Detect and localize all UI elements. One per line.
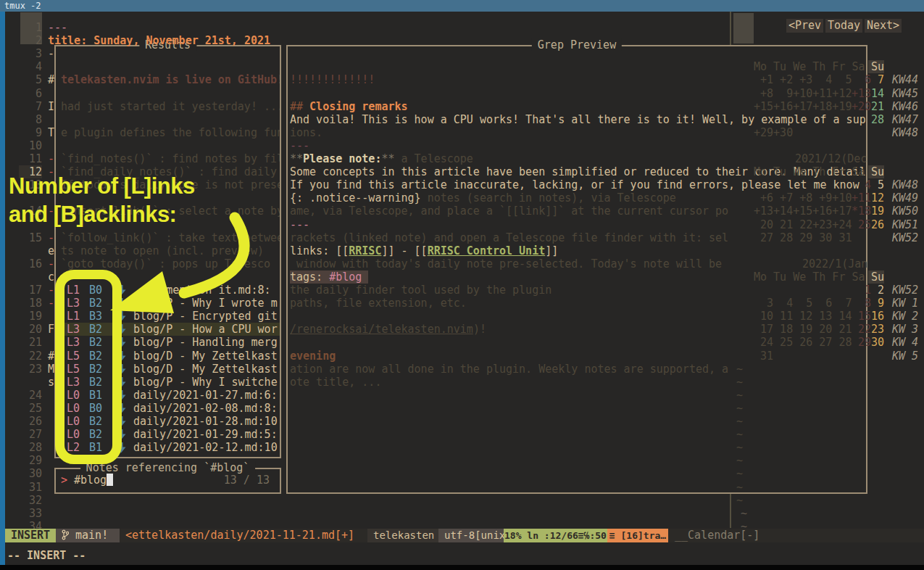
preview-segment: ation are now all done in the plugin. We… (290, 363, 728, 376)
calendar-today-button[interactable]: Today (825, 19, 862, 33)
calendar-date[interactable]: 30 (868, 336, 884, 349)
preview-segment: ]] (545, 244, 558, 257)
line-number: 31 (19, 481, 42, 494)
line-number: 9 (19, 126, 42, 139)
preview-line: --- (290, 139, 865, 152)
empty-line-tilde: ~ (736, 376, 743, 389)
line-number: 22 (19, 350, 42, 363)
empty-line-tilde: ~ (736, 441, 743, 454)
result-filename: blog/P - Encrypted git (133, 310, 278, 323)
line-number: 33 (19, 507, 42, 520)
calendar-weekdays: +8 9+10+11+12 (754, 87, 852, 100)
calendar-sunday-header: Su (868, 165, 884, 178)
empty-line-tilde: ~ (736, 428, 743, 441)
preview-line: **Please note:** a Telescope (290, 152, 865, 165)
result-filename: blog/P - Why I wrote m (133, 297, 278, 310)
calendar-date[interactable]: 19 (868, 205, 884, 218)
tmux-title: tmux -2 (4, 1, 41, 11)
line-number: 3 (19, 47, 42, 60)
calendar-week-number: KW 2 (892, 310, 918, 323)
preview-segment: --- (290, 139, 309, 152)
calendar-date[interactable]: 21 (868, 100, 884, 113)
preview-line: the daily finder tool used by the plugin (290, 284, 865, 297)
line-number: 2 (19, 34, 42, 47)
calendar-date[interactable]: 28 (868, 113, 884, 126)
preview-segment: ame, via Telescope, and place a `[[link]… (290, 205, 728, 218)
terminal-left-border (0, 12, 5, 565)
calendar-weekdays: 3 4 5 6 7 (754, 297, 852, 310)
calendar-date[interactable]: 9 (868, 297, 884, 310)
preview-segment: paths, file extension, etc. (290, 297, 467, 310)
calendar-day-header: Mo Tu We Th Fr Sa (754, 165, 865, 178)
preview-segment: ** (290, 152, 303, 165)
line-number: 16 (19, 257, 42, 270)
preview-segment: #blog (329, 270, 362, 284)
line-number: 19 (19, 310, 42, 323)
buffer-char: I (48, 100, 54, 113)
annotation-highlight-box (55, 270, 122, 464)
buffer-char: s (48, 376, 54, 389)
search-input[interactable]: #blog (74, 474, 107, 487)
calendar-next-button[interactable]: Next> (865, 19, 902, 33)
result-filename: blog/P - Handling merg (133, 336, 278, 349)
result-filename: blog/P - How a CPU wor (133, 323, 278, 336)
calendar-date[interactable]: 5 (868, 178, 884, 191)
empty-line-tilde: ~ (736, 389, 743, 402)
cursor-position-indicator: 18% ln :12/66≡℅:50 (504, 529, 607, 542)
annotation-line1: Number of [L]inks (9, 180, 195, 193)
file-path: <ettelkasten/daily/2021-11-21.md[+] (121, 529, 354, 542)
calendar-date[interactable]: 16 (868, 310, 884, 323)
calendar-date[interactable]: 2 (868, 284, 884, 297)
buffer-char: # (48, 73, 54, 86)
line-number: 11 (19, 152, 42, 165)
preview-segment: ## (290, 100, 309, 113)
buffer-char: - (48, 257, 54, 270)
line-number: 28 (19, 441, 42, 454)
calendar-date[interactable]: 23 (868, 323, 884, 336)
preview-segment: And voila! This is how a CPU works! That… (290, 113, 865, 126)
plugin-name: telekasten (367, 529, 440, 542)
calendar-date[interactable]: 26 (868, 218, 884, 231)
calendar-week-number: KW50 (892, 205, 918, 218)
preview-segment: ]] - [[ (381, 244, 427, 257)
preview-segment: rackets (linked note) and open a Telesco… (290, 231, 728, 244)
line-number: 21 (19, 336, 42, 349)
line-number: 26 (19, 415, 42, 428)
calendar-weekdays: 27 28 29 30 31 (754, 231, 852, 244)
empty-line-tilde: ~ (736, 494, 743, 507)
preview-segment: RRISC (349, 244, 381, 257)
preview-segment: Closing remarks (309, 100, 407, 113)
line-number: 4 (19, 60, 42, 73)
line-number: 7 (19, 100, 42, 113)
preview-line: If you find this article inaccurate, lac… (290, 178, 865, 191)
calendar-week-number: KW 3 (892, 323, 918, 336)
buffer-char: c (48, 270, 54, 284)
calendar-sunday-header: Su (868, 60, 884, 73)
calendar-weekdays: +6 +7 +8 +9+10 (754, 191, 852, 205)
result-filename: daily/2021-02-08.md:8: (133, 402, 278, 415)
result-filename: blog/D - My Zettelkast (133, 350, 278, 363)
statusline: INSERT main! <ettelkasten/daily/2021-11-… (5, 529, 924, 542)
line-number: 32 (19, 494, 42, 507)
buffer-char: F (48, 323, 54, 336)
buffer-line: `follow_link()` : take text between (61, 231, 280, 244)
prompt-window[interactable]: Notes referencing `#blog` > #blog 13 / 1… (54, 468, 281, 494)
preview-segment: evening (290, 350, 336, 363)
empty-line-tilde: ~ (736, 402, 743, 415)
calendar-week-number: KW45 (892, 87, 918, 100)
line-number: 8 (19, 113, 42, 126)
preview-segment: RRISC Control Unit (428, 244, 546, 257)
scroll-indicator-right (733, 13, 754, 44)
calendar-date[interactable]: 14 (868, 87, 884, 100)
calendar-date[interactable]: 7 (868, 73, 884, 86)
calendar-prev-button[interactable]: <Prev (786, 19, 823, 33)
preview-segment: window with today's daily note pre-selec… (290, 257, 722, 270)
calendar-weekdays: 10 11 12 13 14 (754, 310, 852, 323)
calendar-date[interactable]: 12 (868, 191, 884, 205)
calendar-week-number: KW 5 (892, 350, 918, 363)
preview-line: ote title, ... (290, 376, 865, 389)
calendar-weekdays: 31 (754, 350, 773, 363)
preview-segment: the daily finder tool used by the plugin (290, 284, 552, 297)
calendar-week-number: KW48 (892, 178, 918, 191)
empty-line-tilde: ~ (736, 454, 743, 467)
